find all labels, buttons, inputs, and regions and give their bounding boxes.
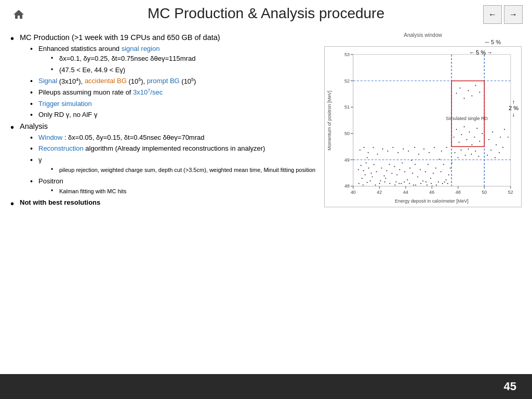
- svg-point-76: [433, 172, 434, 174]
- main-list: MC Production (>1 week with 19 CPUs and …: [10, 32, 319, 207]
- svg-point-95: [471, 144, 472, 145]
- svg-point-48: [372, 176, 373, 177]
- svg-point-72: [411, 160, 412, 161]
- svg-point-140: [429, 152, 430, 153]
- svg-point-71: [413, 184, 414, 185]
- delta-params-1-text: δx=0.1, δy=0.25, δt=0.75nsec δθeγ=115mra…: [59, 55, 195, 62]
- svg-text:Momentum of positron [MeV]: Momentum of positron [MeV]: [327, 91, 332, 151]
- svg-point-62: [407, 179, 408, 180]
- home-button[interactable]: [9, 5, 28, 24]
- analysis-title: Analysis: [20, 122, 48, 130]
- svg-text:44: 44: [403, 190, 408, 195]
- svg-text:48: 48: [456, 190, 461, 195]
- svg-point-49: [367, 157, 368, 158]
- reconstruction-rest: algorithm (Already implemented reconstru…: [85, 144, 265, 152]
- svg-point-156: [415, 184, 416, 185]
- prev-button[interactable]: ←: [483, 5, 502, 24]
- svg-point-55: [380, 180, 381, 181]
- svg-point-133: [392, 147, 393, 148]
- svg-point-88: [454, 137, 455, 138]
- svg-point-157: [420, 183, 421, 184]
- svg-point-104: [468, 149, 469, 150]
- svg-point-117: [496, 144, 497, 145]
- prompt-bg-text: prompt BG: [147, 77, 180, 85]
- downward-arrow-2: ↓: [512, 111, 515, 117]
- svg-point-153: [398, 183, 400, 184]
- svg-text:Energy deposit in calorimeter : Energy deposit in calorimeter [MeV]: [395, 198, 469, 204]
- upward-arrow-2: ↑: [512, 99, 515, 105]
- only-rd-text: Only RD γ, no AlF γ: [38, 111, 97, 118]
- chart-container: 40 42 44 46 48 50 52 Energy deposit in c…: [324, 46, 522, 207]
- svg-point-89: [456, 129, 457, 130]
- svg-point-83: [446, 179, 447, 180]
- left-arrow-5: ←: [469, 49, 475, 56]
- svg-point-106: [475, 151, 476, 152]
- svg-point-128: [368, 152, 369, 153]
- svg-point-66: [412, 172, 413, 174]
- svg-point-123: [499, 152, 500, 153]
- svg-point-149: [379, 183, 380, 184]
- pileups-item: Pileups assuming muon rate of 3x107/sec: [30, 87, 319, 98]
- svg-point-113: [475, 85, 476, 86]
- svg-text:40: 40: [351, 190, 356, 195]
- svg-point-64: [395, 181, 396, 182]
- svg-point-116: [492, 131, 493, 132]
- svg-point-67: [415, 164, 416, 165]
- svg-point-82: [443, 164, 444, 165]
- percent-5-label: 5 %: [491, 39, 501, 45]
- svg-point-44: [358, 169, 359, 170]
- svg-point-57: [394, 166, 395, 167]
- svg-point-101: [458, 157, 459, 158]
- svg-point-37: [361, 165, 362, 166]
- svg-point-148: [375, 184, 376, 185]
- svg-point-137: [414, 147, 415, 148]
- svg-point-77: [435, 167, 436, 168]
- only-rd-item: Only RD γ, no AlF γ: [30, 110, 319, 120]
- mc-production-item: MC Production (>1 week with 19 CPUs and …: [10, 32, 319, 120]
- svg-point-132: [387, 151, 388, 152]
- trigger-sim-item: Trigger simulation: [30, 99, 319, 109]
- svg-point-59: [399, 169, 400, 170]
- svg-point-43: [365, 174, 366, 175]
- sub-sub-list-positron: Kalman fitting with MC hits: [38, 186, 319, 196]
- svg-point-120: [487, 155, 488, 156]
- sub-list-positron: Positron Kalman fitting with MC hits: [20, 176, 319, 196]
- next-button[interactable]: →: [504, 5, 523, 24]
- svg-point-144: [451, 163, 453, 164]
- not-best-text: Not with best resolutions: [20, 198, 100, 206]
- svg-point-155: [409, 183, 410, 184]
- svg-point-53: [389, 164, 390, 165]
- svg-point-90: [459, 142, 460, 143]
- analysis-window-label: Analysis window: [324, 32, 522, 38]
- mc-production-title: MC Production (>1 week with 19 CPUs and …: [20, 33, 220, 42]
- svg-point-45: [374, 164, 375, 165]
- svg-point-110: [463, 98, 464, 99]
- kalman-item: Kalman fitting with MC hits: [51, 186, 319, 196]
- double-arrow-5: ↔: [484, 39, 489, 45]
- svg-point-38: [363, 170, 364, 171]
- svg-point-99: [482, 133, 483, 134]
- svg-text:46: 46: [429, 190, 434, 195]
- svg-point-127: [364, 147, 365, 148]
- svg-point-52: [386, 170, 387, 171]
- svg-point-42: [362, 178, 363, 179]
- delta-params-1: δx=0.1, δy=0.25, δt=0.75nsec δθeγ=115mra…: [51, 54, 319, 64]
- svg-point-75: [430, 178, 431, 179]
- enhanced-stats-text: Enhanced statistics around: [38, 45, 119, 52]
- svg-point-119: [504, 129, 505, 130]
- svg-point-93: [466, 139, 467, 140]
- svg-point-158: [425, 181, 427, 182]
- svg-point-97: [476, 128, 477, 129]
- svg-point-124: [502, 147, 503, 148]
- svg-point-65: [401, 183, 402, 184]
- svg-point-50: [381, 167, 382, 168]
- svg-text:50: 50: [482, 190, 487, 195]
- svg-point-60: [402, 163, 403, 164]
- window-item: Window : δx=0.05, δy=0.15, δt=0.45nsec δ…: [30, 132, 319, 143]
- svg-text:50: 50: [344, 131, 350, 136]
- svg-point-79: [427, 184, 428, 185]
- svg-point-160: [436, 184, 437, 185]
- scatter-chart: 40 42 44 46 48 50 52 Energy deposit in c…: [325, 47, 521, 207]
- gamma-item: γ pileup rejection, weighted charge sum,…: [30, 155, 319, 175]
- svg-point-74: [428, 164, 429, 165]
